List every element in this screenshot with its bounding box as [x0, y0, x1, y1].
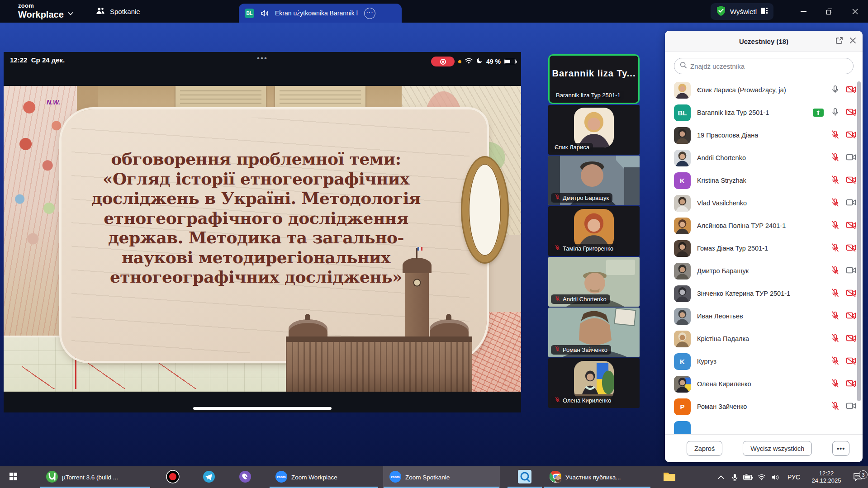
video-tile-name: Дмитро Баращук: [551, 193, 612, 203]
taskbar-item-участник-публика[interactable]: Участник публика...: [543, 466, 651, 488]
video-tile-6[interactable]: Роман Зайченко: [548, 308, 640, 357]
svg-text:zoom: zoom: [277, 475, 286, 479]
taskbar-item-zoom-spotkanie[interactable]: zoomZoom Spotkanie: [383, 466, 500, 488]
camera-off-icon: [846, 356, 856, 367]
tab-screen-share[interactable]: BL Ekran użytkownika Barannik l ···: [239, 4, 402, 23]
participant-row[interactable]: KKristina Stryzhak: [665, 169, 863, 192]
video-thumbnails-strip: Barannik liza Ty...Barannik liza Typ 250…: [548, 54, 640, 408]
participants-header: Uczestnicy (18): [665, 31, 863, 52]
svg-text:zoom: zoom: [391, 475, 400, 479]
taskbar-item-folder[interactable]: [656, 466, 683, 488]
participant-row[interactable]: Крістіна Падалка: [665, 327, 863, 350]
video-tile-name: Andrii Chortenko: [551, 294, 610, 304]
avatar: [674, 127, 691, 144]
camera-icon: [846, 266, 856, 276]
taskbar-item-zoom-workplace[interactable]: zoomZoom Workplace: [269, 466, 379, 488]
participant-avatar: [574, 209, 614, 249]
taskbar-item-torrent-3-6-build[interactable]: µTorrent 3.6 (build ...: [40, 466, 151, 488]
participant-row[interactable]: Гомаз Діана Тур 2501-1: [665, 237, 863, 260]
participant-row[interactable]: Єпик Лариса (Prowadzący, ja): [665, 79, 863, 101]
participant-row[interactable]: Andrii Chortenko: [665, 147, 863, 169]
slide-text-line: етногеографічного дослідження: [57, 208, 455, 228]
video-tile-3[interactable]: Дмитро Баращук: [548, 156, 640, 205]
avatar: [674, 331, 691, 347]
mic-muted-icon: [830, 130, 840, 141]
camera-off-icon: [846, 85, 856, 95]
view-button-label: Wyświetl: [730, 8, 757, 15]
slide-text-line: етногеографічних досліджень»: [57, 267, 455, 287]
mic-muted-icon: [555, 194, 560, 201]
avatar: [674, 263, 691, 280]
phone-menu-dots: •••: [257, 54, 268, 63]
taskbar-item-viber[interactable]: [232, 466, 258, 488]
avatar: K: [674, 172, 691, 189]
search-input[interactable]: [690, 62, 848, 70]
popout-icon[interactable]: [835, 37, 843, 46]
close-panel-icon[interactable]: [849, 37, 856, 46]
participant-row[interactable]: Иван Леонтьев: [665, 305, 863, 327]
camera-icon: [846, 402, 856, 412]
restore-button[interactable]: [816, 0, 842, 23]
camera-off-icon: [846, 379, 856, 389]
windows-taskbar: µTorrent 3.6 (build ...zoomZoom Workplac…: [0, 466, 868, 488]
video-tile-2[interactable]: Єпик Лариса: [548, 105, 640, 155]
tray-clock[interactable]: 12:2224.12.2025: [806, 470, 847, 484]
participant-row[interactable]: Олена Кириленко: [665, 373, 863, 395]
mic-muted-icon: [555, 397, 560, 404]
search-participant-field[interactable]: [674, 58, 854, 74]
screen-sharing-icon: [813, 109, 824, 117]
mic-muted-icon: [830, 175, 840, 186]
avatar: [674, 240, 691, 257]
video-tile-4[interactable]: Таміла Григоренко: [548, 206, 640, 256]
invite-button[interactable]: Zaproś: [687, 441, 722, 456]
tray-volume-icon[interactable]: [768, 474, 782, 481]
participant-row[interactable]: Vlad Vasilchenko: [665, 192, 863, 214]
participant-row[interactable]: Алєйнова Поліна ТУР 2401-1: [665, 214, 863, 237]
avatar: K: [674, 353, 691, 370]
participant-row[interactable]: Дмитро Баращук: [665, 260, 863, 282]
mic-muted-icon: [830, 243, 840, 254]
tray-notification-icon[interactable]: 3: [847, 473, 868, 481]
home-indicator: [193, 407, 332, 410]
participants-list: Єпик Лариса (Prowadzący, ja)BLBarannik l…: [665, 78, 863, 434]
tray-chevron-up-icon[interactable]: [714, 475, 728, 479]
tray-mic-icon[interactable]: [728, 474, 741, 481]
more-options-button[interactable]: •••: [832, 441, 849, 456]
video-tile-1[interactable]: Barannik liza Ty...Barannik liza Typ 250…: [548, 54, 640, 104]
close-button[interactable]: [842, 0, 868, 23]
slide-text-line: наукові методирегіональних: [57, 248, 455, 268]
participant-row[interactable]: 19 Прасолова Діана: [665, 124, 863, 147]
participant-avatar: [574, 108, 614, 147]
taskbar-item-telegram[interactable]: [196, 466, 222, 488]
view-button[interactable]: Wyświetl: [711, 3, 773, 20]
viber-icon: [239, 470, 251, 484]
participant-row[interactable]: KКургуз: [665, 350, 863, 373]
zoom-icon: zoom: [389, 470, 402, 484]
avatar: [674, 285, 691, 302]
taskbar-item-record[interactable]: [160, 466, 186, 488]
avatar: [674, 218, 691, 234]
camera-off-icon: [846, 130, 856, 141]
folder-icon: [663, 471, 676, 483]
tray-battery-icon[interactable]: [741, 474, 755, 480]
taskbar-item-photos[interactable]: [507, 466, 542, 488]
chevron-down-icon[interactable]: [68, 9, 73, 17]
participant-avatar: [574, 361, 614, 401]
participant-row[interactable]: BLBarannik liza Typ 2501-1: [665, 101, 863, 124]
tab-spotkanie[interactable]: Spotkanie: [96, 0, 140, 23]
scrollbar-thumb[interactable]: [857, 81, 861, 401]
mute-all-button[interactable]: Wycisz wszystkich: [743, 441, 812, 456]
video-tile-5[interactable]: Andrii Chortenko: [548, 257, 640, 307]
tab-more-icon[interactable]: ···: [364, 8, 375, 19]
avatar: [674, 82, 691, 99]
participant-row[interactable]: PРоман Зайченко: [665, 395, 863, 418]
tray-network-icon[interactable]: [755, 474, 768, 480]
tray-language[interactable]: РУС: [782, 474, 806, 481]
logo-zoom-text: zoom: [18, 3, 64, 9]
video-tile-7[interactable]: Олена Кириленко: [548, 358, 640, 408]
participant-row[interactable]: [665, 418, 863, 434]
minimize-button[interactable]: [791, 0, 816, 23]
participant-row[interactable]: Зінченко Катерина ТУР 2501-1: [665, 282, 863, 305]
taskbar-item-windows[interactable]: [0, 466, 26, 488]
slide-building: [282, 284, 476, 392]
